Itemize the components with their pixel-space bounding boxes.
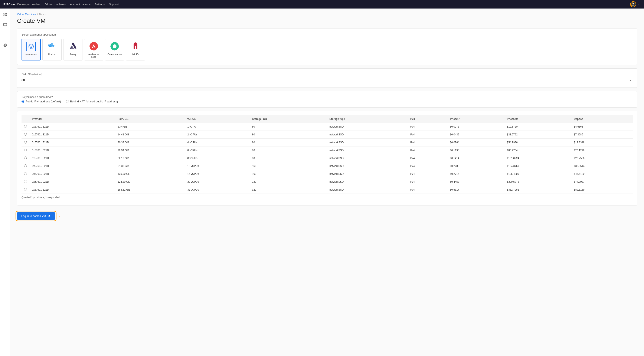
row-radio-cell[interactable] (22, 162, 30, 170)
row-radio-cell[interactable] (22, 123, 30, 131)
row-ram: 61.38 GiB (115, 162, 185, 170)
nav-settings[interactable]: Settings (95, 3, 105, 6)
col-price-30d: Price/30d (504, 115, 571, 123)
sidebar-dashboard-icon[interactable] (2, 11, 8, 18)
table-row[interactable]: 0x5760...E21D 6.44 GiB 1 vCPU 80 network… (22, 123, 633, 131)
table-row[interactable]: 0x5760...E21D 253.32 GiB 32 vCPUs 320 ne… (22, 186, 633, 194)
row-radio-cell[interactable] (22, 146, 30, 154)
col-storage-type: Storage type (327, 115, 407, 123)
row-radio-cell[interactable] (22, 154, 30, 162)
sentry-icon (68, 41, 78, 51)
table-row[interactable]: 0x5760...E21D 124.30 GiB 32 vCPUs 320 ne… (22, 178, 633, 186)
nav-more-button[interactable]: ··· (638, 2, 640, 6)
app-avalanche[interactable]: Avalanche node (84, 39, 103, 60)
nav-virtual-machines[interactable]: Virtual machines (46, 3, 66, 6)
ipv4-radio-group: Public IPv4 address (default) Behind NAT… (22, 100, 633, 103)
ipv4-nat-radio[interactable] (66, 100, 69, 103)
row-price-30d: $101.8224 (504, 154, 571, 162)
svg-rect-2 (4, 15, 5, 16)
vm-table: Provider Ram, GB vCPUs Storage, GB Stora… (22, 115, 633, 194)
login-book-button[interactable]: Log in to book a VM (17, 212, 55, 220)
sidebar-filter-icon[interactable] (2, 31, 8, 38)
ipv4-public-radio[interactable] (22, 100, 24, 103)
row-radio-cell[interactable] (22, 170, 30, 178)
vm-select-radio[interactable] (24, 133, 27, 136)
app-pure-linux[interactable]: Pure Linux (22, 39, 41, 60)
sidebar-vm-icon[interactable] (2, 21, 8, 28)
ipv4-nat-label: Behind NAT (shared public IP address) (70, 100, 118, 103)
row-vcpus: 8 vCPUs (185, 154, 250, 162)
row-radio-cell[interactable] (22, 139, 30, 146)
row-price-hr: $0.0764 (447, 139, 504, 146)
row-ipv4: IPv4 (407, 139, 447, 146)
vm-select-radio[interactable] (24, 141, 27, 143)
vm-select-radio[interactable] (24, 164, 27, 167)
nav-account-balance[interactable]: Account balance (70, 3, 90, 6)
row-price-hr: $0.0276 (447, 123, 504, 131)
app-sentry[interactable]: Sentry (63, 39, 82, 60)
row-storage: 80 (250, 139, 327, 146)
app-minio[interactable]: MinIO (126, 39, 145, 60)
sidebar-globe-icon[interactable] (2, 42, 8, 48)
col-ram: Ram, GB (115, 115, 185, 123)
svg-rect-4 (4, 23, 6, 26)
row-radio-cell[interactable] (22, 178, 30, 186)
row-ram: 29.94 GiB (115, 146, 185, 154)
vm-select-radio[interactable] (24, 149, 27, 151)
row-vcpus: 16 vCPUs (185, 170, 250, 178)
col-deposit: Deposit (571, 115, 633, 123)
row-storage: 320 (250, 186, 327, 194)
user-icon (48, 215, 51, 218)
breadcrumb: Virtual Machines / New / (17, 13, 637, 16)
row-provider: 0x5760...E21D (30, 162, 115, 170)
row-ipv4: IPv4 (407, 162, 447, 170)
breadcrumb-home[interactable]: Virtual Machines (17, 13, 36, 16)
ipv4-public-option[interactable]: Public IPv4 address (default) (22, 100, 61, 103)
vm-select-radio[interactable] (24, 188, 27, 191)
app-coreum[interactable]: Coreum node (105, 39, 124, 60)
row-storage: 320 (250, 178, 327, 186)
disk-select[interactable]: 80 160 320 640 (22, 77, 633, 83)
row-ram: 125.90 GiB (115, 170, 185, 178)
ipv4-label: Do you need a public IPv4? (22, 96, 633, 99)
table-row[interactable]: 0x5760...E21D 29.94 GiB 8 vCPUs 80 netwo… (22, 146, 633, 154)
row-storage: 80 (250, 123, 327, 131)
table-row[interactable]: 0x5760...E21D 30.33 GiB 4 vCPUs 80 netwo… (22, 139, 633, 146)
row-ram: 124.30 GiB (115, 178, 185, 186)
vm-select-radio[interactable] (24, 125, 27, 128)
row-deposit: $7.3685 (571, 131, 633, 139)
row-ram: 253.32 GiB (115, 186, 185, 194)
table-row[interactable]: 0x5760...E21D 62.18 GiB 8 vCPUs 80 netwo… (22, 154, 633, 162)
app-pure-linux-label: Pure Linux (26, 53, 37, 56)
row-ram: 62.18 GiB (115, 154, 185, 162)
svg-rect-19 (51, 43, 52, 44)
breadcrumb-sep2: / (46, 13, 46, 16)
vm-select-radio[interactable] (24, 172, 27, 175)
row-ram: 6.44 GiB (115, 123, 185, 131)
table-row[interactable]: 0x5760...E21D 125.90 GiB 16 vCPUs 160 ne… (22, 170, 633, 178)
row-deposit: $23.7586 (571, 154, 633, 162)
row-radio-cell[interactable] (22, 186, 30, 194)
row-price-hr: $0.2715 (447, 170, 504, 178)
table-row[interactable]: 0x5760...E21D 14.41 GiB 2 vCPUs 80 netwo… (22, 131, 633, 139)
row-storage-type: networkSSD (327, 170, 407, 178)
disk-select-wrapper: 80 160 320 640 (22, 77, 633, 83)
col-vcpus: vCPUs (185, 115, 250, 123)
minio-icon (130, 41, 140, 51)
ipv4-nat-option[interactable]: Behind NAT (shared public IP address) (66, 100, 118, 103)
vm-select-radio[interactable] (24, 180, 27, 183)
nav-support[interactable]: Support (109, 3, 119, 6)
app-docker[interactable]: Docker (42, 39, 62, 60)
row-vcpus: 8 vCPUs (185, 146, 250, 154)
row-ipv4: IPv4 (407, 131, 447, 139)
row-provider: 0x5760...E21D (30, 178, 115, 186)
row-radio-cell[interactable] (22, 131, 30, 139)
app-minio-label: MinIO (132, 53, 138, 55)
row-provider: 0x5760...E21D (30, 139, 115, 146)
row-price-hr: $0.1414 (447, 154, 504, 162)
table-row[interactable]: 0x5760...E21D 61.38 GiB 16 vCPUs 160 net… (22, 162, 633, 170)
vm-select-radio[interactable] (24, 156, 27, 159)
row-price-30d: $19.8720 (504, 123, 571, 131)
user-avatar[interactable] (630, 1, 636, 7)
svg-rect-0 (4, 13, 5, 14)
